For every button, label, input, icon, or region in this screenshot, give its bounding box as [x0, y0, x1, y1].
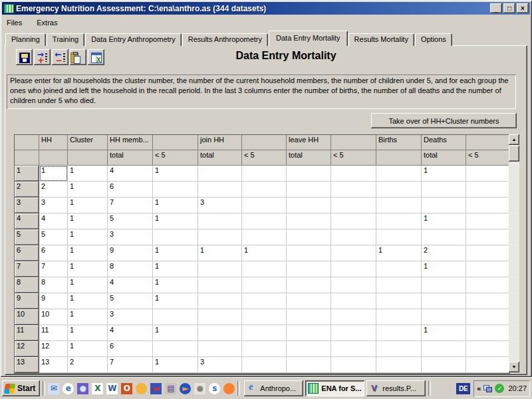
tab-data-entry-mortality[interactable]: Data Entry Mortality [269, 31, 348, 46]
cell-8-deaths_u5[interactable] [466, 277, 509, 293]
cell-9-join_total[interactable] [198, 293, 242, 309]
task-results[interactable]: results.P... [366, 380, 426, 396]
row-header-9[interactable]: 9 [15, 293, 39, 309]
scrollbar-thumb[interactable] [509, 146, 519, 162]
cell-13-deaths_u5[interactable] [466, 357, 509, 373]
cell-7-cluster[interactable]: 1 [68, 261, 108, 277]
cell-7-memb_total[interactable]: 8 [108, 261, 153, 277]
cell-3-memb_total[interactable]: 7 [108, 198, 153, 213]
cell-4-deaths_u5[interactable] [466, 213, 509, 229]
cell-2-join_total[interactable] [198, 182, 242, 198]
tab-data-entry-anthropometry[interactable]: Data Entry Anthropometry [85, 33, 182, 46]
cell-6-cluster[interactable]: 1 [68, 245, 108, 261]
scroll-down-button[interactable]: ▼ [509, 362, 519, 372]
cell-2-deaths_total[interactable] [422, 182, 466, 198]
cell-2-leave_u5[interactable] [331, 182, 376, 198]
cell-6-memb_u5[interactable]: 1 [153, 245, 198, 261]
cell-11-deaths_total[interactable]: 1 [422, 325, 466, 341]
network-icon[interactable] [483, 385, 492, 392]
cell-12-memb_total[interactable]: 6 [108, 341, 153, 357]
show-desktop-icon[interactable]: ● [77, 383, 88, 394]
cell-11-leave_u5[interactable] [331, 325, 376, 341]
cell-8-cluster[interactable]: 1 [68, 277, 108, 293]
cell-6-deaths_total[interactable]: 2 [422, 245, 466, 261]
start-button[interactable]: Start [2, 380, 40, 396]
cell-11-deaths_u5[interactable] [466, 325, 509, 341]
cell-9-births[interactable] [376, 293, 422, 309]
printer-icon[interactable]: ▤ [165, 383, 176, 394]
cell-11-leave_total[interactable] [287, 325, 331, 341]
tab-training[interactable]: Training [47, 33, 84, 46]
cell-8-leave_total[interactable] [287, 277, 331, 293]
cell-4-leave_u5[interactable] [331, 213, 376, 229]
cell-9-deaths_total[interactable] [422, 293, 466, 309]
language-indicator[interactable]: DE [456, 383, 470, 394]
cell-5-memb_u5[interactable] [153, 229, 198, 245]
cell-11-memb_total[interactable]: 4 [108, 325, 153, 341]
cell-3-cluster[interactable]: 1 [68, 198, 108, 213]
cell-10-join_total[interactable] [198, 309, 242, 325]
task-ena[interactable]: ENA for S... [305, 380, 364, 396]
cell-13-memb_total[interactable]: 7 [108, 357, 153, 373]
cell-9-cluster[interactable]: 1 [68, 293, 108, 309]
cell-13-leave_total[interactable] [287, 357, 331, 373]
cell-5-join_u5[interactable] [242, 229, 287, 245]
save-button[interactable] [16, 49, 33, 65]
cell-7-births[interactable] [376, 261, 422, 277]
cell-1-memb_u5[interactable]: 1 [153, 166, 198, 182]
cell-4-cluster[interactable]: 1 [68, 213, 108, 229]
cell-8-births[interactable] [376, 277, 422, 293]
cell-4-births[interactable] [376, 213, 422, 229]
cell-7-leave_u5[interactable] [331, 261, 376, 277]
cell-5-memb_total[interactable]: 3 [108, 229, 153, 245]
cell-8-leave_u5[interactable] [331, 277, 376, 293]
cell-12-join_total[interactable] [198, 341, 242, 357]
messenger-icon[interactable]: s [209, 383, 220, 394]
cell-13-hh[interactable]: 13 [39, 357, 68, 373]
cell-10-join_u5[interactable] [242, 309, 287, 325]
cell-9-join_u5[interactable] [242, 293, 287, 309]
cell-6-join_total[interactable]: 1 [198, 245, 242, 261]
cell-4-join_u5[interactable] [242, 213, 287, 229]
row-header-7[interactable]: 7 [15, 261, 39, 277]
row-header-8[interactable]: 8 [15, 277, 39, 293]
tab-results-mortality[interactable]: Results Mortality [348, 33, 414, 46]
row-header-6[interactable]: 6 [15, 245, 39, 261]
cell-13-join_total[interactable]: 3 [198, 357, 242, 373]
cell-12-leave_total[interactable] [287, 341, 331, 357]
row-header-12[interactable]: 12 [15, 341, 39, 357]
cell-5-births[interactable] [376, 229, 422, 245]
task-anthropo[interactable]: Anthropo... [244, 380, 303, 396]
word-icon[interactable]: W [106, 383, 118, 394]
cell-1-cluster[interactable]: 1 [68, 166, 108, 182]
cell-2-hh[interactable]: 2 [39, 182, 68, 198]
cell-10-births[interactable] [376, 309, 422, 325]
cell-12-hh[interactable]: 12 [39, 341, 68, 357]
cell-2-leave_total[interactable] [287, 182, 331, 198]
cell-3-join_total[interactable]: 3 [198, 198, 242, 213]
minimize-button[interactable]: _ [490, 3, 502, 13]
cell-3-join_u5[interactable] [242, 198, 287, 213]
cell-4-memb_total[interactable]: 5 [108, 213, 153, 229]
cell-11-births[interactable] [376, 325, 422, 341]
row-header-3[interactable]: 3 [15, 198, 39, 213]
delete-record-button[interactable] [52, 49, 68, 65]
cell-2-memb_u5[interactable] [153, 182, 198, 198]
cell-8-memb_u5[interactable]: 1 [153, 277, 198, 293]
cell-13-join_u5[interactable] [242, 357, 287, 373]
cell-9-leave_total[interactable] [287, 293, 331, 309]
cell-4-memb_u5[interactable]: 1 [153, 213, 198, 229]
cell-7-deaths_u5[interactable] [466, 261, 509, 277]
outlook-express-icon[interactable]: ✉ [48, 383, 59, 394]
cell-13-leave_u5[interactable] [331, 357, 376, 373]
paste-button[interactable] [70, 49, 86, 65]
cell-4-leave_total[interactable] [287, 213, 331, 229]
cell-5-leave_u5[interactable] [331, 229, 376, 245]
cell-10-deaths_u5[interactable] [466, 309, 509, 325]
take-over-button[interactable]: Take over of HH+Cluster numbers [371, 113, 517, 128]
cell-1-leave_total[interactable] [287, 166, 331, 182]
vertical-scrollbar[interactable]: ▲ ▼ [509, 134, 519, 372]
cell-12-cluster[interactable]: 1 [68, 341, 108, 357]
cell-4-join_total[interactable] [198, 213, 242, 229]
row-header-1[interactable]: 1 [15, 166, 39, 182]
